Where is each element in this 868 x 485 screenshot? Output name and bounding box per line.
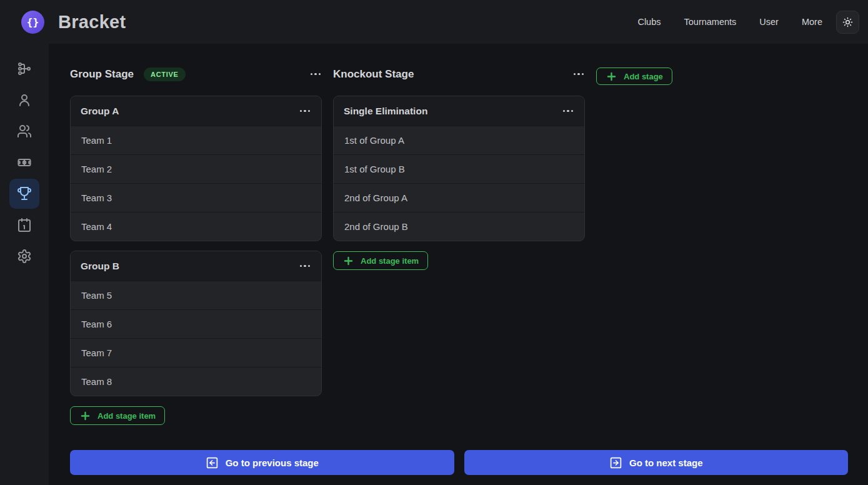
theme-toggle-button[interactable]: [836, 11, 859, 34]
topbar: {} Bracket Clubs Tournaments User More: [0, 0, 868, 44]
single-elimination-card: Single Elimination 1st of Group A 1st of…: [333, 96, 585, 241]
brand-title: Bracket: [58, 12, 126, 32]
knockout-stage-menu-button[interactable]: [572, 69, 586, 79]
logo-glyph: {}: [27, 16, 39, 28]
sidebar-item-profile[interactable]: [9, 85, 39, 115]
next-stage-button[interactable]: Go to next stage: [464, 450, 849, 475]
brand-logo-icon: {}: [21, 11, 44, 34]
sidebar-item-structure[interactable]: [9, 54, 39, 84]
group-a-card: Group A Team 1 Team 2 Team 3 Team 4: [70, 96, 322, 241]
previous-stage-label: Go to previous stage: [226, 458, 319, 468]
single-elimination-menu-button[interactable]: [562, 106, 575, 116]
group-stage-menu-button[interactable]: [309, 69, 322, 79]
calendar-icon: [17, 218, 32, 232]
slot-row[interactable]: 1st of Group A: [334, 126, 584, 154]
sidebar-item-schedule[interactable]: [9, 210, 39, 240]
plus-icon: [79, 410, 91, 422]
team-row[interactable]: Team 5: [71, 281, 321, 309]
sidebar-item-matches[interactable]: [9, 148, 39, 178]
ellipsis-icon: [300, 110, 311, 112]
add-stage-button[interactable]: Add stage: [596, 68, 672, 85]
previous-stage-button[interactable]: Go to previous stage: [70, 450, 454, 475]
group-a-title: Group A: [81, 106, 119, 117]
stage-column-knockout-stage: Knockout Stage Single Elimination 1st of…: [333, 66, 585, 270]
network-icon: [17, 61, 32, 76]
arrow-right-square-icon: [609, 456, 622, 469]
slot-row[interactable]: 2nd of Group B: [334, 212, 584, 241]
plus-icon: [606, 71, 617, 82]
team-row[interactable]: Team 6: [71, 309, 321, 338]
user-icon: [17, 92, 32, 108]
gear-icon: [17, 249, 32, 264]
group-stage-header: Group Stage ACTIVE: [70, 66, 322, 82]
add-stage-item-label: Add stage item: [97, 411, 156, 421]
single-elimination-header: Single Elimination: [334, 96, 584, 126]
stage-navigation: Go to previous stage Go to next stage: [70, 450, 848, 475]
arrow-left-square-icon: [206, 456, 219, 469]
team-row[interactable]: Team 7: [71, 338, 321, 367]
ellipsis-icon: [311, 73, 321, 76]
slot-row[interactable]: 1st of Group B: [334, 154, 584, 183]
knockout-stage-title: Knockout Stage: [333, 68, 414, 81]
add-stage-item-button-knockout[interactable]: Add stage item: [333, 251, 428, 270]
group-b-menu-button[interactable]: [299, 261, 312, 271]
group-a-menu-button[interactable]: [299, 106, 312, 116]
nav-user[interactable]: User: [759, 17, 779, 27]
users-icon: [17, 124, 32, 139]
sidebar: [0, 44, 49, 485]
next-stage-label: Go to next stage: [629, 458, 703, 468]
group-a-header: Group A: [71, 96, 321, 126]
team-row[interactable]: Team 3: [71, 183, 321, 212]
active-badge: ACTIVE: [144, 68, 186, 81]
main-content: Group Stage ACTIVE Group A Team 1 Team 2…: [49, 44, 868, 485]
team-row[interactable]: Team 4: [71, 212, 321, 241]
nav-tournaments[interactable]: Tournaments: [684, 17, 737, 27]
brand-link[interactable]: {} Bracket: [21, 11, 126, 34]
stage-column-group-stage: Group Stage ACTIVE Group A Team 1 Team 2…: [70, 66, 322, 425]
team-row[interactable]: Team 1: [71, 126, 321, 154]
ellipsis-icon: [574, 73, 584, 76]
group-b-card: Group B Team 5 Team 6 Team 7 Team 8: [70, 251, 322, 396]
plus-icon: [342, 255, 354, 267]
sidebar-item-settings[interactable]: [9, 241, 39, 271]
nav-clubs[interactable]: Clubs: [637, 17, 661, 27]
group-stage-title: Group Stage: [70, 68, 134, 81]
sun-icon: [842, 17, 853, 28]
add-stage-label: Add stage: [624, 72, 663, 81]
sidebar-item-members[interactable]: [9, 116, 39, 146]
slot-row[interactable]: 2nd of Group A: [334, 183, 584, 212]
knockout-stage-header: Knockout Stage: [333, 66, 585, 82]
group-b-header: Group B: [71, 251, 321, 281]
trophy-icon: [17, 186, 32, 201]
group-b-title: Group B: [81, 261, 119, 272]
add-stage-item-button-group[interactable]: Add stage item: [70, 406, 165, 425]
team-row[interactable]: Team 8: [71, 367, 321, 396]
field-icon: [17, 155, 32, 170]
single-elimination-title: Single Elimination: [344, 106, 427, 117]
ellipsis-icon: [563, 110, 574, 112]
team-row[interactable]: Team 2: [71, 154, 321, 183]
nav-more[interactable]: More: [802, 17, 822, 27]
top-nav: Clubs Tournaments User More: [637, 17, 822, 27]
sidebar-item-tournament[interactable]: [9, 179, 39, 209]
ellipsis-icon: [300, 265, 311, 268]
add-stage-item-label: Add stage item: [361, 256, 419, 266]
